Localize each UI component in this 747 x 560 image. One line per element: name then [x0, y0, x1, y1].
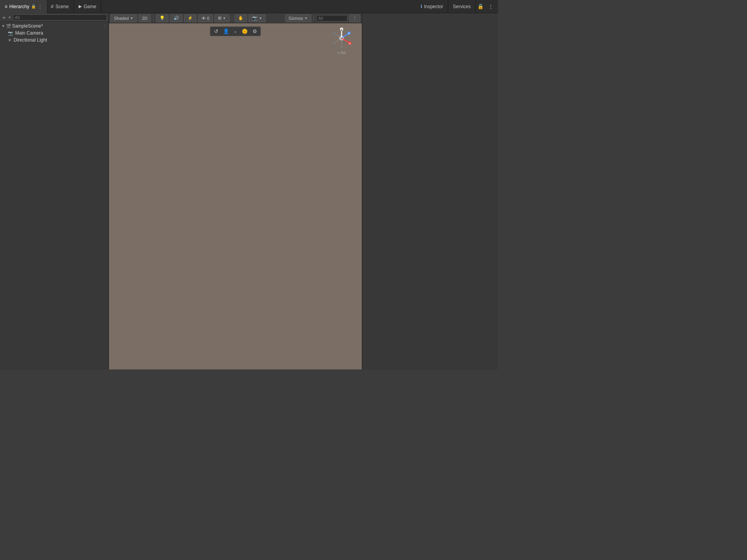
lightbulb-icon: 💡 [160, 16, 165, 21]
overlay-sun-button[interactable]: 🌞 [240, 28, 250, 35]
svg-point-15 [333, 32, 335, 34]
inspector-lock-button[interactable]: 🔒 [476, 3, 485, 10]
tab-game[interactable]: ▶ Game [74, 0, 102, 13]
scene-search-input[interactable] [316, 15, 347, 21]
tab-inspector[interactable]: ℹ Inspector [416, 0, 448, 13]
tab-services[interactable]: Services [448, 0, 476, 13]
scene-more-options-button[interactable]: ⋮ [349, 14, 360, 22]
hierarchy-tab-label: Hierarchy [9, 4, 29, 9]
grid-icon: ⊞ [218, 16, 221, 21]
svg-point-13 [333, 42, 335, 44]
move-icon: ⬩ [234, 28, 237, 34]
scene-more-button[interactable]: ⋮ [103, 24, 107, 29]
shading-dropdown-arrow: ▼ [130, 16, 133, 20]
inspector-tab-label: Inspector [424, 4, 443, 9]
hierarchy-item-main-camera[interactable]: 📷 Main Camera [0, 30, 109, 37]
audio-button[interactable]: 🔊 [170, 14, 182, 22]
viewport-toolbar: Shaded ▼ 2D 💡 🔊 ⚡ 👁 0 [109, 13, 362, 23]
add-dropdown-arrow[interactable]: ▼ [8, 16, 11, 19]
scene-more-icon: ⋮ [352, 16, 357, 21]
tab-scene[interactable]: # Scene [47, 0, 74, 13]
scene-icon: 🎬 [6, 24, 11, 29]
hierarchy-item-directional-light[interactable]: ☀ Directional Light [0, 37, 109, 44]
overlay-person-button[interactable]: 👤 [221, 28, 231, 35]
inspector-icon: ℹ [421, 4, 422, 9]
inspector-content [362, 13, 498, 369]
hierarchy-panel: + ▼ ▼ 🎬 SampleScene* ⋮ 📷 Main Camera ☀ D… [0, 13, 109, 369]
directional-light-label: Directional Light [14, 37, 47, 43]
visibility-count: 0 [207, 16, 209, 21]
sun-icon: 🌞 [242, 28, 248, 34]
svg-line-12 [335, 38, 342, 43]
inspector-panel [362, 13, 498, 369]
effects-button[interactable]: ⚡ [184, 14, 196, 22]
inspector-menu-button[interactable]: ⋮ [487, 3, 495, 10]
gizmo-projection-label: Iso [340, 51, 345, 55]
gizmo-svg: y z x [330, 26, 353, 50]
hierarchy-scene-root[interactable]: ▼ 🎬 SampleScene* ⋮ [0, 23, 109, 30]
overlay-move-button[interactable]: ⬩ [232, 28, 239, 35]
viewport-area: Shaded ▼ 2D 💡 🔊 ⚡ 👁 0 [109, 13, 362, 369]
gizmos-button[interactable]: Gizmos ▼ [285, 14, 311, 22]
scene-expand-icon: ▼ [2, 24, 5, 28]
camera-icon-tool: 📷 [252, 16, 258, 21]
eye-icon: 👁 [202, 16, 206, 21]
toolbar-separator-2 [232, 15, 232, 21]
hierarchy-content: ▼ 🎬 SampleScene* ⋮ 📷 Main Camera ☀ Direc… [0, 22, 109, 369]
gizmo-container: y z x [326, 26, 357, 61]
person-icon: 👤 [223, 28, 229, 34]
settings-icon: ⚙ [253, 28, 257, 34]
grid-dropdown-arrow: ▼ [223, 16, 226, 20]
hierarchy-more-icon: ⋮ [38, 4, 42, 9]
svg-text:x: x [349, 42, 351, 45]
gizmo-label-container: ≡ Iso [337, 51, 346, 55]
light-icon: ☀ [8, 38, 12, 43]
shading-mode-label: Shaded [114, 16, 129, 21]
scene-visibility-button[interactable]: 👁 0 [198, 14, 213, 22]
camera-icon: 📷 [8, 31, 13, 36]
2d-toggle-button[interactable]: 2D [139, 14, 151, 22]
main-camera-label: Main Camera [15, 30, 43, 36]
hierarchy-toolbar: + ▼ [0, 13, 109, 22]
scene-view[interactable]: ↺ 👤 ⬩ 🌞 ⚙ [109, 23, 362, 369]
overlay-settings-button[interactable]: ⚙ [251, 28, 259, 35]
svg-line-4 [342, 33, 349, 38]
svg-text:y: y [341, 28, 342, 31]
svg-line-7 [342, 38, 349, 43]
hierarchy-lock-icon: 🔒 [31, 4, 36, 9]
gizmo-widget[interactable]: y z x [330, 26, 353, 50]
gizmo-menu-icon: ≡ [337, 51, 339, 55]
tab-hierarchy[interactable]: ≡ Hierarchy 🔒 ⋮ [0, 0, 47, 13]
svg-line-14 [335, 33, 342, 38]
scene-tab-label: Scene [56, 4, 69, 9]
game-tab-label: Game [84, 4, 96, 9]
gizmos-label: Gizmos [289, 16, 303, 21]
toolbar-separator-1 [153, 15, 154, 21]
overlay-refresh-button[interactable]: ↺ [212, 28, 220, 35]
audio-icon: 🔊 [174, 16, 179, 21]
hierarchy-tab-icon: ≡ [5, 4, 7, 9]
scene-overlay-toolbar: ↺ 👤 ⬩ 🌞 ⚙ [210, 26, 261, 36]
refresh-icon: ↺ [214, 28, 218, 34]
camera-dropdown-arrow: ▼ [259, 16, 262, 20]
shading-mode-dropdown[interactable]: Shaded ▼ [110, 14, 137, 22]
gizmos-dropdown-arrow: ▼ [304, 16, 308, 20]
svg-point-11 [340, 46, 343, 48]
lighting-button[interactable]: 💡 [156, 14, 168, 22]
camera-tool-button[interactable]: 📷 ▼ [249, 14, 266, 22]
hand-tool-button[interactable]: ✋ [235, 14, 247, 22]
grid-button[interactable]: ⊞ ▼ [214, 14, 230, 22]
add-object-button[interactable]: + [2, 14, 6, 21]
scene-tab-icon: # [51, 4, 53, 9]
scene-name: SampleScene* [12, 23, 43, 29]
toolbar-separator-3 [314, 15, 314, 21]
services-tab-label: Services [453, 4, 471, 9]
game-tab-icon: ▶ [79, 4, 82, 9]
effects-icon: ⚡ [188, 16, 193, 21]
svg-text:z: z [348, 32, 350, 35]
hierarchy-search-input[interactable] [13, 14, 107, 21]
hand-icon: ✋ [238, 16, 244, 21]
2d-label: 2D [142, 16, 147, 21]
